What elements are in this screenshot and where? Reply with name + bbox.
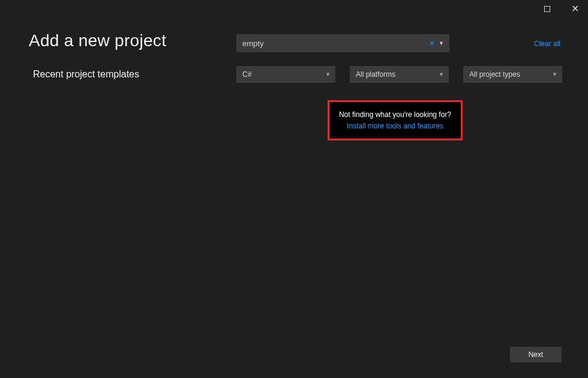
clear-all-link[interactable]: Clear all bbox=[534, 40, 560, 48]
language-filter-value: C# bbox=[242, 70, 251, 79]
close-button[interactable]: ✕ bbox=[566, 1, 583, 17]
install-tools-callout: Not finding what you're looking for? Ins… bbox=[328, 100, 463, 140]
platform-filter-value: All platforms bbox=[356, 70, 395, 79]
chevron-down-icon: ▼ bbox=[552, 71, 557, 77]
close-icon: ✕ bbox=[571, 4, 579, 14]
next-button[interactable]: Next bbox=[510, 347, 562, 362]
chevron-down-icon: ▼ bbox=[325, 71, 331, 77]
callout-message: Not finding what you're looking for? bbox=[335, 110, 455, 119]
platform-filter-dropdown[interactable]: All platforms ▼ bbox=[350, 66, 449, 83]
project-type-filter-dropdown[interactable]: All project types ▼ bbox=[463, 66, 562, 83]
install-tools-link[interactable]: Install more tools and features bbox=[347, 122, 443, 130]
clear-search-icon[interactable]: × bbox=[427, 38, 437, 48]
maximize-button[interactable] bbox=[539, 1, 556, 17]
recent-templates-heading: Recent project templates bbox=[33, 69, 139, 80]
language-filter-dropdown[interactable]: C# ▼ bbox=[236, 66, 335, 83]
chevron-down-icon: ▼ bbox=[439, 71, 444, 77]
project-type-filter-value: All project types bbox=[469, 70, 520, 79]
square-icon bbox=[544, 6, 550, 12]
search-box[interactable]: × ▼ bbox=[236, 34, 449, 52]
search-input[interactable] bbox=[242, 39, 427, 48]
search-dropdown-caret-icon[interactable]: ▼ bbox=[437, 40, 446, 46]
